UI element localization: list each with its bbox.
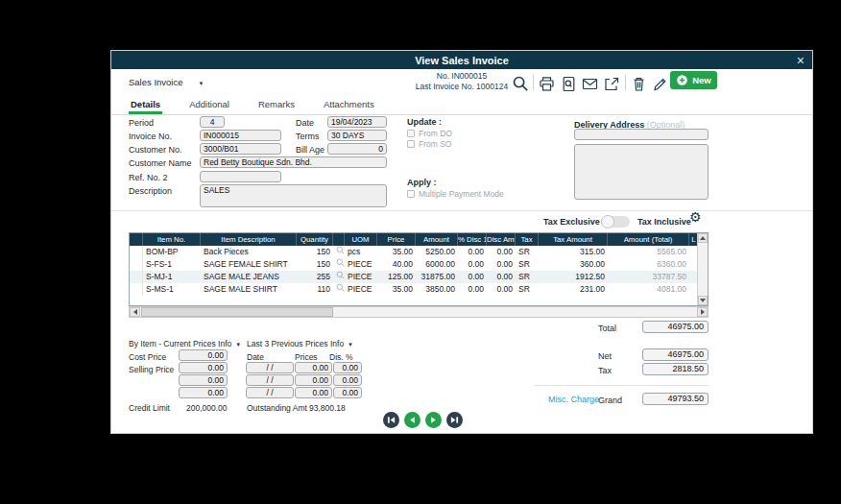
table-header-row: Item No.Item DescriptionQuantityUOMPrice…	[130, 233, 708, 246]
selling-price-field[interactable]: 0.00	[179, 362, 228, 373]
scroll-left-icon[interactable]	[130, 307, 140, 317]
row-search-icon	[336, 283, 345, 292]
column-header[interactable]: Item Description	[201, 233, 297, 246]
next-record-button[interactable]	[425, 412, 442, 428]
table-cell: 33787.50	[608, 271, 689, 283]
row-selector	[130, 283, 143, 296]
prev-price-field[interactable]: 0.00	[295, 387, 332, 398]
table-cell: 0.00	[458, 258, 487, 271]
description-field[interactable]: SALES	[200, 184, 387, 207]
checkbox-icon	[407, 140, 415, 148]
prev-dis-field[interactable]: 0.00	[333, 374, 362, 386]
previous-record-button[interactable]	[404, 412, 420, 428]
column-header[interactable]: UOM	[345, 233, 377, 246]
multiple-payment-checkbox[interactable]: Multiple Payment Mode	[407, 189, 504, 199]
customer-no-field[interactable]: 3000/B01	[200, 143, 281, 155]
table-cell: PIECE	[345, 271, 377, 283]
by-item-prices-dropdown[interactable]: By Item - Current Prices Info▼	[129, 339, 241, 348]
toolbar-separator	[625, 75, 626, 90]
net-field: 46975.00	[642, 348, 709, 361]
invoice-no-field[interactable]: IN000015	[200, 130, 281, 141]
column-header[interactable]: Amount (Total)	[608, 233, 689, 246]
scroll-right-icon[interactable]	[697, 307, 708, 317]
tab-attachments[interactable]: Attachments	[322, 96, 376, 114]
date-field[interactable]: 19/04/2023	[327, 116, 387, 128]
tab-details[interactable]: Details	[129, 96, 162, 114]
misc-charge-link[interactable]: Misc. Charge	[548, 395, 599, 404]
column-header[interactable]: Disc Amt	[487, 233, 516, 246]
table-row[interactable]: S-FS-1SAGE FEMALE SHIRT150 PIECE40.00600…	[130, 258, 708, 271]
table-row[interactable]: BOM-BPBack Pieces150 pcs35.005250.000.00…	[130, 246, 708, 258]
multiple-payment-label: Multiple Payment Mode	[419, 189, 504, 199]
selling-price-field[interactable]: 0.00	[179, 387, 228, 398]
previous-prices-dropdown[interactable]: Last 3 Previous Prices Info▼	[247, 339, 353, 348]
totals-divider	[534, 385, 709, 386]
gear-icon[interactable]: ⚙	[689, 210, 702, 224]
table-cell: 0.00	[487, 271, 516, 283]
table-cell	[333, 258, 345, 271]
customer-name-label: Customer Name	[129, 158, 192, 168]
column-header[interactable]	[130, 233, 143, 246]
prev-price-field[interactable]: 0.00	[295, 362, 332, 373]
bill-age-field[interactable]: 0	[327, 143, 387, 155]
net-label: Net	[598, 351, 612, 361]
table-row[interactable]: S-MJ-1SAGE MALE JEANS255 PIECE125.003187…	[130, 271, 708, 283]
prev-date-field[interactable]: / /	[246, 387, 294, 398]
last-record-button[interactable]	[446, 412, 463, 428]
table-row[interactable]: S-MS-1SAGE MALE SHIRT110 PIECE35.003850.…	[130, 283, 708, 296]
tab-remarks[interactable]: Remarks	[256, 96, 297, 114]
total-label: Total	[598, 324, 616, 333]
credit-limit-label: Credit Limit	[129, 403, 170, 413]
description-label: Description	[129, 186, 172, 196]
scrollbar-thumb[interactable]	[141, 307, 333, 317]
table-cell: 360.00	[539, 258, 608, 271]
last-icon	[450, 416, 459, 424]
horizontal-scrollbar[interactable]	[129, 306, 709, 318]
scroll-down-icon[interactable]	[698, 296, 708, 305]
close-icon[interactable]: ×	[797, 51, 805, 69]
edit-icon[interactable]	[650, 74, 669, 93]
column-header[interactable]: Price	[377, 233, 416, 246]
prev-price-field[interactable]: 0.00	[295, 374, 332, 386]
table-cell: SR	[516, 246, 539, 258]
from-so-checkbox[interactable]: From SO	[407, 139, 451, 149]
column-header[interactable]: % Disc 1	[458, 233, 487, 246]
invoice-no-label: Invoice No.	[129, 132, 172, 141]
period-field[interactable]: 4	[200, 116, 225, 128]
scroll-up-icon[interactable]	[698, 233, 708, 243]
column-header[interactable]: Item No.	[143, 233, 201, 246]
column-header[interactable]: Tax	[516, 233, 539, 246]
share-icon[interactable]	[601, 74, 620, 93]
print-icon[interactable]	[537, 74, 556, 93]
prev-dis-field[interactable]: 0.00	[333, 362, 362, 373]
new-button[interactable]: New	[670, 71, 717, 89]
terms-label: Terms	[296, 132, 320, 141]
prev-date-field[interactable]: / /	[246, 362, 294, 373]
vertical-scrollbar[interactable]	[697, 233, 708, 305]
prev-date-field[interactable]: / /	[246, 374, 294, 386]
table-cell: pcs	[345, 246, 377, 258]
column-header[interactable]	[333, 233, 345, 246]
delete-icon[interactable]	[629, 74, 648, 93]
column-header[interactable]: Quantity	[297, 233, 333, 246]
tab-additional[interactable]: Additional	[187, 96, 231, 114]
tax-mode-toggle[interactable]	[601, 216, 630, 228]
from-do-checkbox[interactable]: From DO	[407, 129, 452, 138]
terms-field[interactable]: 30 DAYS	[327, 130, 387, 141]
preview-icon[interactable]	[559, 74, 578, 93]
column-header[interactable]: Tax Amount	[539, 233, 608, 246]
delivery-address-field[interactable]	[574, 129, 709, 140]
cost-price-field[interactable]: 0.00	[179, 349, 228, 361]
column-header[interactable]: Amount	[416, 233, 458, 246]
ref-no2-field[interactable]	[200, 171, 281, 182]
prev-dis-field[interactable]: 0.00	[333, 387, 362, 398]
table-cell: 3850.00	[416, 283, 458, 296]
customer-name-field[interactable]: Red Betty Boutique Sdn. Bhd.	[200, 156, 387, 168]
grand-field: 49793.50	[642, 393, 709, 405]
first-record-button[interactable]	[383, 412, 399, 428]
search-icon[interactable]	[511, 74, 530, 93]
cost-price-label: Cost Price	[129, 352, 166, 362]
selling-price-field[interactable]: 0.00	[179, 374, 228, 386]
delivery-address-detail-field[interactable]	[574, 144, 709, 200]
email-icon[interactable]	[580, 74, 599, 93]
